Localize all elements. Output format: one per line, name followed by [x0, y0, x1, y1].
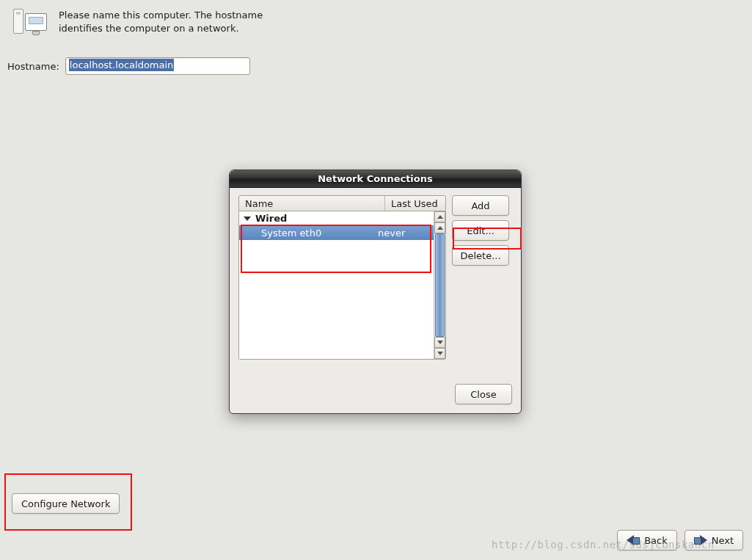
hostname-row: Hostname: localhost.localdomain: [0, 44, 752, 75]
delete-button[interactable]: Delete...: [452, 245, 509, 266]
column-name[interactable]: Name: [239, 196, 385, 211]
chevron-down-icon: [244, 217, 251, 221]
scroll-down-button[interactable]: [434, 337, 445, 348]
scroll-thumb[interactable]: [435, 233, 445, 337]
back-button[interactable]: Back: [617, 530, 677, 550]
column-last-used[interactable]: Last Used: [385, 196, 445, 211]
group-wired[interactable]: Wired: [239, 211, 434, 225]
connection-list: Name Last Used Wired System eth0 never: [238, 195, 446, 360]
list-headers: Name Last Used: [238, 195, 446, 211]
group-label: Wired: [255, 213, 287, 224]
back-label: Back: [644, 535, 668, 546]
hostname-value: localhost.localdomain: [69, 59, 174, 71]
network-connections-dialog: Network Connections Name Last Used Wired…: [229, 170, 522, 414]
next-button[interactable]: Next: [685, 530, 743, 550]
item-last-used: never: [378, 228, 429, 239]
close-button[interactable]: Close: [455, 384, 512, 404]
scroll-down-button-2[interactable]: [434, 348, 445, 359]
list-scrollbar[interactable]: [434, 211, 445, 359]
dialog-button-stack: Add Edit... Delete...: [452, 195, 511, 266]
nav-buttons: Back Next: [617, 530, 743, 550]
edit-button[interactable]: Edit...: [452, 220, 509, 241]
add-button[interactable]: Add: [452, 195, 509, 216]
scroll-up-button-2[interactable]: [434, 222, 445, 233]
list-body[interactable]: Wired System eth0 never: [239, 211, 434, 359]
hostname-input[interactable]: localhost.localdomain: [65, 57, 250, 75]
next-label: Next: [712, 535, 734, 546]
header: Please name this computer. The hostname …: [0, 0, 752, 44]
dialog-title[interactable]: Network Connections: [230, 170, 521, 188]
computer-icon: [13, 9, 48, 40]
header-instructions: Please name this computer. The hostname …: [59, 9, 264, 34]
hostname-label: Hostname:: [7, 61, 59, 72]
configure-network-button[interactable]: Configure Network: [12, 493, 120, 514]
item-name: System eth0: [261, 228, 378, 239]
connection-item-eth0[interactable]: System eth0 never: [239, 225, 434, 240]
arrow-right-icon: [694, 535, 707, 545]
arrow-left-icon: [627, 535, 640, 545]
scroll-up-button[interactable]: [434, 211, 445, 222]
